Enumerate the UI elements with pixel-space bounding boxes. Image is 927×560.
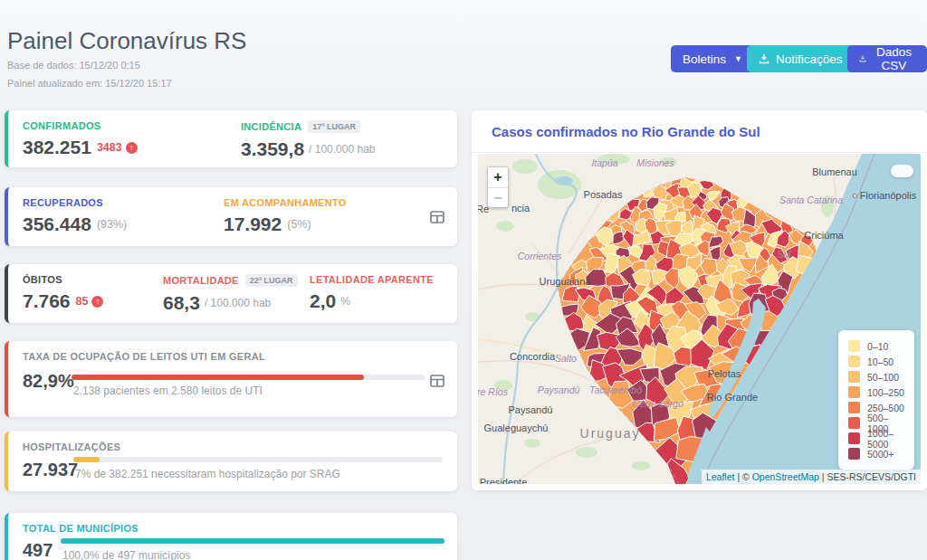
map-card: Casos confirmados no Rio Grande do Sul [472, 110, 927, 490]
confirmados-delta: 3483 [97, 141, 122, 154]
basemap-lake [555, 176, 573, 185]
page-title: Painel Coronavírus RS [7, 27, 246, 55]
uti-label: TAXA DE OCUPAÇÃO DE LEITOS UTI EM GERAL [23, 351, 265, 362]
hospitalizacoes-subtext: 7% de 382.251 necessitaram hospitalizaçã… [75, 468, 340, 480]
legend-swatch [848, 356, 860, 367]
legend-swatch [848, 386, 860, 398]
legend-swatch [848, 448, 860, 460]
legend-range-label: 50–100 [867, 372, 899, 383]
arrow-up-circle-icon: ↑ [126, 142, 138, 154]
legend-range-label: 1000–5000 [867, 428, 906, 450]
municipios-subtext: 100,0% de 497 municípios [62, 549, 190, 560]
map-legend-rows: 0–1010–5050–100100–250250–500500–1000100… [848, 338, 906, 461]
hospitalizacoes-label: HOSPITALIZAÇÕES [23, 441, 120, 452]
map-area[interactable]: ItapúaMisionesPosadasBlumenauSanta Catar… [478, 154, 921, 484]
legend-range-label: 10–50 [867, 356, 894, 367]
mortalidade-unit: / 100.000 hab [205, 297, 271, 309]
mortalidade-label: MORTALIDADE [163, 275, 239, 286]
legend-swatch [848, 340, 860, 352]
uti-subtext: 2.138 pacientes em 2.580 leitos de UTI [73, 384, 263, 397]
boletins-button[interactable]: Boletins ▼ [671, 45, 754, 72]
incidencia-value: 3.359,8 [241, 138, 304, 160]
legend-swatch [848, 371, 860, 383]
legend-swatch [848, 402, 860, 413]
hospitalizacoes-progress-fill [73, 457, 100, 462]
boletins-label: Boletins [683, 52, 726, 66]
uti-progress-track [72, 375, 425, 380]
municipios-progress-track [61, 538, 444, 544]
legend-row: 50–100 [848, 369, 906, 384]
hospitalizacoes-progress-track [73, 457, 443, 462]
table-icon[interactable] [430, 374, 444, 388]
recuperados-value: 356.448 [23, 214, 91, 235]
zoom-out-button[interactable]: − [488, 187, 508, 207]
updated-date: Painel atualizado em: 15/12/20 15:17 [7, 78, 172, 89]
dashboard-page: Painel Coronavírus RS Base de dados: 15/… [0, 0, 927, 560]
legend-row: 1000–5000 [848, 431, 906, 446]
dados-csv-label: Dados CSV [873, 45, 915, 72]
leaflet-link[interactable]: Leaflet [706, 471, 735, 482]
map-zoom-control: + − [487, 166, 509, 208]
attribution-source: | SES-RS/CEVS/DGTI [819, 471, 916, 482]
legend-range-label: 0–10 [867, 341, 888, 352]
confirmados-label: CONFIRMADOS [23, 120, 138, 131]
table-icon[interactable] [430, 210, 444, 224]
acompanhamento-label: EM ACOMPANHAMENTO [224, 197, 347, 208]
legend-range-label: 100–250 [867, 387, 904, 398]
acompanhamento-pct: (5%) [287, 218, 311, 231]
download-icon [759, 53, 769, 64]
attribution-separator: | © [734, 471, 751, 482]
legend-swatch [848, 417, 860, 429]
database-date: Base de dados: 15/12/20 0:15 [7, 60, 140, 71]
municipios-value: 497 [23, 540, 53, 560]
chevron-down-icon: ▼ [734, 54, 742, 63]
obitos-delta: 85 [76, 295, 89, 308]
map-layers-toggle[interactable] [891, 165, 913, 177]
legend-swatch [848, 432, 860, 444]
notificacoes-label: Notificações [776, 52, 843, 66]
obitos-label: ÓBITOS [23, 274, 103, 285]
legend-row: 100–250 [848, 384, 906, 400]
recuperados-label: RECUPERADOS [23, 197, 127, 208]
card-hospitalizacoes: HOSPITALIZAÇÕES 27.937 7% de 382.251 nec… [5, 432, 457, 491]
map-attribution: Leaflet | © OpenStreetMap | SES-RS/CEVS/… [702, 470, 921, 484]
recuperados-pct: (93%) [97, 218, 127, 231]
card-recuperados: RECUPERADOS 356.448 (93%) EM ACOMPANHAME… [5, 187, 457, 246]
letalidade-unit: % [340, 295, 350, 308]
legend-range-label: 5000+ [867, 449, 894, 460]
mortalidade-rank-badge: 22º LUGAR [245, 274, 298, 287]
map-title: Casos confirmados no Rio Grande do Sul [472, 110, 927, 153]
incidencia-label: INCIDÊNCIA [241, 121, 301, 132]
incidencia-unit: / 100.000 hab [309, 143, 375, 156]
hospitalizacoes-value: 27.937 [23, 460, 78, 480]
confirmados-value: 382.251 [23, 137, 91, 158]
uti-progress-fill [72, 375, 364, 380]
municipios-label: TOTAL DE MUNICÍPIOS [23, 523, 139, 534]
municipios-progress-fill [61, 538, 444, 544]
card-municipios: TOTAL DE MUNICÍPIOS 497 100,0% de 497 mu… [5, 513, 457, 560]
openstreetmap-link[interactable]: OpenStreetMap [752, 471, 819, 482]
legend-row: 0–10 [848, 338, 906, 354]
card-obitos: ÓBITOS 7.766 85 ↑ MORTALIDADE 22º LUGAR … [5, 264, 457, 323]
card-uti: TAXA DE OCUPAÇÃO DE LEITOS UTI EM GERAL … [5, 341, 457, 417]
letalidade-label: LETALIDADE APARENTE [310, 274, 434, 285]
legend-row: 10–50 [848, 354, 906, 369]
arrow-up-circle-icon: ↑ [91, 296, 103, 308]
obitos-value: 7.766 [23, 290, 71, 312]
notificacoes-download-button[interactable]: Notificações [747, 45, 855, 72]
download-icon [859, 53, 866, 64]
dados-csv-download-button[interactable]: Dados CSV [847, 45, 927, 72]
uti-value: 82,9% [23, 371, 74, 392]
incidencia-rank-badge: 17º LUGAR [308, 120, 360, 133]
zoom-in-button[interactable]: + [488, 167, 508, 187]
map-legend: 0–1010–5050–100100–250250–500500–1000100… [838, 330, 914, 470]
card-confirmados: CONFIRMADOS 382.251 3483 ↑ INCIDÊNCIA 17… [5, 110, 457, 167]
letalidade-value: 2,0 [310, 290, 336, 312]
mortalidade-value: 68,3 [163, 292, 200, 314]
acompanhamento-value: 17.992 [224, 214, 282, 235]
